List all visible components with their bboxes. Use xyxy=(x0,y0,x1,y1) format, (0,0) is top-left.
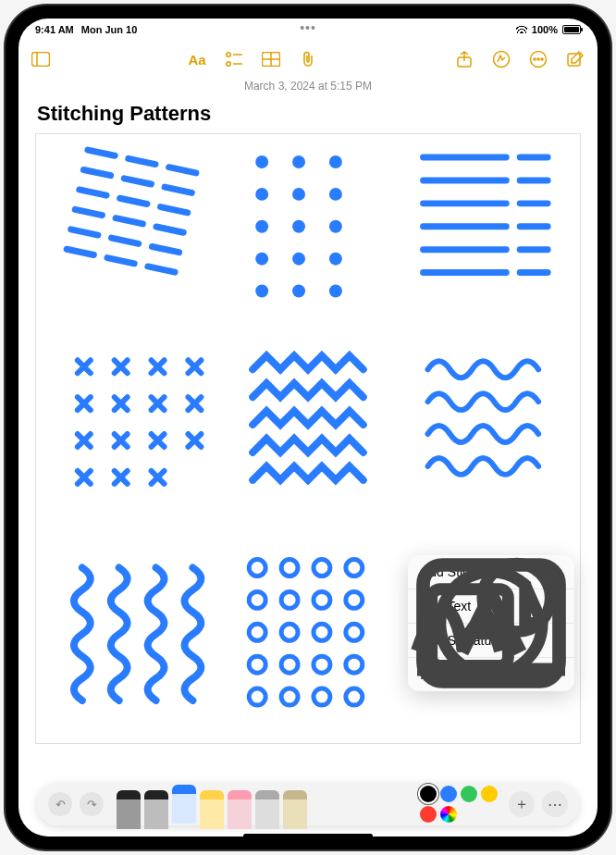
checklist-icon[interactable] xyxy=(223,48,245,70)
tool-pen[interactable] xyxy=(117,790,141,829)
svg-point-102 xyxy=(346,624,363,640)
svg-line-29 xyxy=(112,238,139,243)
svg-line-32 xyxy=(107,258,134,264)
svg-point-45 xyxy=(329,253,342,266)
status-date: Mon Jun 10 xyxy=(81,24,138,35)
svg-point-44 xyxy=(292,253,305,266)
note-timestamp: March 3, 2024 at 5:15 PM xyxy=(18,80,598,93)
svg-point-46 xyxy=(255,285,268,298)
tool-fineliner[interactable] xyxy=(144,790,168,829)
svg-point-94 xyxy=(346,560,363,576)
svg-point-113 xyxy=(483,564,551,632)
svg-point-38 xyxy=(292,188,305,201)
svg-point-35 xyxy=(292,155,305,168)
undo-button[interactable]: ↶ xyxy=(48,792,72,816)
svg-point-95 xyxy=(249,591,265,608)
svg-point-104 xyxy=(281,656,298,673)
multitask-indicator[interactable]: ••• xyxy=(300,20,316,35)
svg-line-27 xyxy=(156,227,183,232)
svg-point-42 xyxy=(329,220,342,233)
svg-point-41 xyxy=(292,220,305,233)
svg-point-103 xyxy=(249,656,265,673)
svg-point-98 xyxy=(346,591,363,608)
redo-button[interactable]: ↷ xyxy=(80,792,104,816)
svg-point-99 xyxy=(249,624,265,640)
color-swatch[interactable] xyxy=(420,806,437,823)
attachment-icon[interactable] xyxy=(297,48,319,70)
color-swatch[interactable] xyxy=(420,786,437,802)
svg-point-34 xyxy=(255,155,268,168)
svg-point-100 xyxy=(281,624,298,640)
svg-line-23 xyxy=(120,198,147,204)
svg-point-105 xyxy=(314,656,330,673)
svg-line-26 xyxy=(116,218,142,224)
markup-icon[interactable] xyxy=(490,48,512,70)
svg-line-28 xyxy=(71,229,98,235)
home-indicator[interactable] xyxy=(243,834,373,836)
markup-palette: ↶ ↷ ＋ ⋯ xyxy=(37,783,579,825)
color-swatch[interactable] xyxy=(461,786,477,802)
tool-highlighter[interactable] xyxy=(200,790,224,829)
svg-point-110 xyxy=(346,688,363,705)
svg-point-47 xyxy=(292,285,305,298)
sidebar-icon[interactable] xyxy=(30,48,52,70)
svg-line-20 xyxy=(124,179,151,184)
svg-point-106 xyxy=(346,656,363,673)
status-time: 9:41 AM xyxy=(35,24,74,35)
drawing-canvas[interactable]: Add Sticker Add Text Add Signature xyxy=(35,133,581,744)
wifi-icon xyxy=(516,24,527,35)
svg-point-12 xyxy=(534,58,536,60)
share-icon[interactable] xyxy=(453,48,475,70)
svg-line-21 xyxy=(165,187,191,192)
svg-line-16 xyxy=(88,150,115,155)
battery-icon xyxy=(562,25,581,34)
palette-more-button[interactable]: ⋯ xyxy=(542,791,568,817)
svg-line-33 xyxy=(148,266,175,272)
svg-point-96 xyxy=(281,591,298,608)
svg-line-25 xyxy=(75,209,102,215)
svg-line-17 xyxy=(129,158,155,164)
svg-point-97 xyxy=(314,591,330,608)
table-icon[interactable] xyxy=(260,48,282,70)
add-menu-popup: Add Sticker Add Text Add Signature xyxy=(408,555,574,691)
svg-point-13 xyxy=(537,58,539,60)
color-swatch[interactable] xyxy=(440,786,457,802)
svg-point-43 xyxy=(255,253,268,266)
battery-percent: 100% xyxy=(532,24,558,35)
tool-ruler[interactable] xyxy=(283,790,307,829)
svg-point-107 xyxy=(249,688,265,705)
svg-line-19 xyxy=(83,169,110,175)
svg-point-40 xyxy=(255,220,268,233)
svg-point-14 xyxy=(541,58,543,60)
add-shape-item[interactable]: Add Shape xyxy=(408,658,574,691)
svg-point-108 xyxy=(281,688,298,705)
svg-point-92 xyxy=(281,560,298,576)
tool-lasso[interactable] xyxy=(255,790,279,829)
svg-rect-0 xyxy=(32,53,50,67)
app-toolbar: Aa xyxy=(18,41,598,78)
svg-point-4 xyxy=(227,62,230,66)
svg-line-18 xyxy=(169,167,196,173)
svg-point-101 xyxy=(314,624,330,640)
tool-eraser[interactable] xyxy=(228,790,252,829)
svg-point-39 xyxy=(329,188,342,201)
color-swatch[interactable] xyxy=(481,786,498,802)
svg-line-22 xyxy=(80,190,106,195)
svg-point-91 xyxy=(249,560,265,576)
svg-line-24 xyxy=(161,207,188,213)
svg-point-93 xyxy=(314,560,330,576)
more-icon[interactable] xyxy=(527,48,549,70)
format-icon[interactable]: Aa xyxy=(186,48,208,70)
tool-marker[interactable] xyxy=(172,785,196,824)
svg-point-36 xyxy=(329,155,342,168)
add-button[interactable]: ＋ xyxy=(509,791,535,817)
svg-line-30 xyxy=(152,246,179,252)
svg-point-109 xyxy=(314,688,330,705)
svg-point-2 xyxy=(227,53,230,56)
svg-point-37 xyxy=(255,188,268,201)
compose-icon[interactable] xyxy=(564,48,586,70)
note-title[interactable]: Stitching Patterns xyxy=(18,93,598,133)
svg-point-48 xyxy=(329,285,342,298)
svg-line-31 xyxy=(67,249,93,254)
color-picker-button[interactable] xyxy=(440,806,457,823)
